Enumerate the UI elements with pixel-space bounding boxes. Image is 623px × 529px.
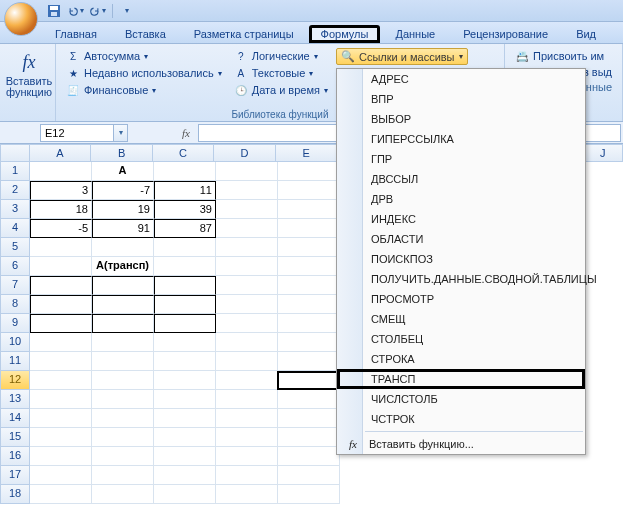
cell[interactable] bbox=[30, 162, 92, 181]
dropdown-item-получить.данные.сводной.таблицы[interactable]: ПОЛУЧИТЬ.ДАННЫЕ.СВОДНОЙ.ТАБЛИЦЫ bbox=[337, 269, 585, 289]
cell[interactable] bbox=[154, 466, 216, 485]
row-header[interactable]: 2 bbox=[0, 181, 30, 200]
dropdown-item-трансп[interactable]: ТРАНСП bbox=[337, 369, 585, 389]
cell[interactable] bbox=[278, 314, 340, 333]
cell[interactable] bbox=[92, 276, 154, 295]
cell[interactable] bbox=[92, 314, 154, 333]
row-header[interactable]: 5 bbox=[0, 238, 30, 257]
dropdown-item-индекс[interactable]: ИНДЕКС bbox=[337, 209, 585, 229]
qat-customize-icon[interactable]: ▾ bbox=[119, 3, 135, 19]
cell[interactable] bbox=[30, 295, 92, 314]
cell[interactable] bbox=[216, 219, 278, 238]
dropdown-item-чстрок[interactable]: ЧСТРОК bbox=[337, 409, 585, 429]
cell[interactable] bbox=[278, 428, 340, 447]
col-header[interactable]: J bbox=[583, 144, 623, 162]
col-header[interactable]: A bbox=[30, 144, 92, 162]
cell[interactable] bbox=[154, 428, 216, 447]
cell[interactable] bbox=[216, 333, 278, 352]
define-name-button[interactable]: 📇 Присвоить им bbox=[511, 48, 616, 64]
cell[interactable] bbox=[30, 485, 92, 504]
cell[interactable]: 87 bbox=[154, 219, 216, 238]
datetime-button[interactable]: 🕒 Дата и время▾ bbox=[230, 82, 332, 98]
cell[interactable] bbox=[154, 257, 216, 276]
cell[interactable] bbox=[154, 238, 216, 257]
cell[interactable] bbox=[278, 162, 340, 181]
cell[interactable] bbox=[30, 409, 92, 428]
cell[interactable] bbox=[216, 466, 278, 485]
cell[interactable] bbox=[278, 466, 340, 485]
lookup-reference-button[interactable]: 🔍 Ссылки и массивы▾ bbox=[336, 48, 468, 65]
tab-insert[interactable]: Вставка bbox=[112, 24, 179, 43]
row-header[interactable]: 10 bbox=[0, 333, 30, 352]
dropdown-item-адрес[interactable]: АДРЕС bbox=[337, 69, 585, 89]
logical-button[interactable]: ? Логические▾ bbox=[230, 48, 332, 64]
cell[interactable] bbox=[92, 238, 154, 257]
row-header[interactable]: 4 bbox=[0, 219, 30, 238]
col-header[interactable]: B bbox=[91, 144, 153, 162]
cell[interactable]: -5 bbox=[30, 219, 92, 238]
cell[interactable] bbox=[154, 314, 216, 333]
cell[interactable] bbox=[92, 352, 154, 371]
cell[interactable] bbox=[216, 371, 278, 390]
row-header[interactable]: 14 bbox=[0, 409, 30, 428]
cell[interactable] bbox=[278, 219, 340, 238]
cell[interactable] bbox=[30, 238, 92, 257]
cell[interactable] bbox=[30, 447, 92, 466]
cell[interactable] bbox=[30, 390, 92, 409]
cell[interactable] bbox=[278, 390, 340, 409]
cell[interactable] bbox=[154, 485, 216, 504]
autosum-button[interactable]: Σ Автосумма▾ bbox=[62, 48, 226, 64]
cell[interactable] bbox=[216, 390, 278, 409]
cell[interactable] bbox=[92, 428, 154, 447]
cell[interactable] bbox=[216, 162, 278, 181]
row-header[interactable]: 9 bbox=[0, 314, 30, 333]
dropdown-item-двссыл[interactable]: ДВССЫЛ bbox=[337, 169, 585, 189]
cell[interactable] bbox=[278, 409, 340, 428]
row-header[interactable]: 6 bbox=[0, 257, 30, 276]
cell[interactable] bbox=[278, 276, 340, 295]
cell[interactable] bbox=[30, 352, 92, 371]
cell[interactable] bbox=[92, 466, 154, 485]
cell[interactable]: 11 bbox=[154, 181, 216, 200]
cell[interactable] bbox=[216, 352, 278, 371]
row-header[interactable]: 17 bbox=[0, 466, 30, 485]
row-header[interactable]: 18 bbox=[0, 485, 30, 504]
cell[interactable] bbox=[154, 390, 216, 409]
cell[interactable] bbox=[278, 181, 340, 200]
cell[interactable] bbox=[154, 162, 216, 181]
financial-button[interactable]: 🧾 Финансовые▾ bbox=[62, 82, 226, 98]
dropdown-item-просмотр[interactable]: ПРОСМОТР bbox=[337, 289, 585, 309]
cell[interactable] bbox=[216, 428, 278, 447]
cell[interactable] bbox=[216, 181, 278, 200]
cell[interactable] bbox=[278, 257, 340, 276]
name-box-dropdown[interactable]: ▾ bbox=[114, 124, 128, 142]
cell[interactable] bbox=[92, 390, 154, 409]
col-header[interactable]: C bbox=[153, 144, 215, 162]
recent-button[interactable]: ★ Недавно использовались▾ bbox=[62, 65, 226, 81]
cell[interactable] bbox=[92, 409, 154, 428]
cell[interactable] bbox=[92, 371, 154, 390]
fx-icon[interactable]: fx bbox=[174, 127, 198, 139]
cell[interactable] bbox=[154, 447, 216, 466]
dropdown-item-строка[interactable]: СТРОКА bbox=[337, 349, 585, 369]
row-header[interactable]: 12 bbox=[0, 371, 30, 390]
cell[interactable] bbox=[30, 276, 92, 295]
cell[interactable] bbox=[216, 295, 278, 314]
cell[interactable]: 19 bbox=[92, 200, 154, 219]
row-header[interactable]: 8 bbox=[0, 295, 30, 314]
tab-formulas[interactable]: Формулы bbox=[309, 25, 381, 43]
cell[interactable] bbox=[92, 447, 154, 466]
cell[interactable] bbox=[30, 257, 92, 276]
col-header[interactable]: E bbox=[276, 144, 338, 162]
dropdown-item-поискпоз[interactable]: ПОИСКПОЗ bbox=[337, 249, 585, 269]
dropdown-item-дрв[interactable]: ДРВ bbox=[337, 189, 585, 209]
cell[interactable]: 39 bbox=[154, 200, 216, 219]
cell[interactable] bbox=[154, 409, 216, 428]
tab-data[interactable]: Данные bbox=[382, 24, 448, 43]
cell[interactable] bbox=[154, 276, 216, 295]
dropdown-item-выбор[interactable]: ВЫБОР bbox=[337, 109, 585, 129]
dropdown-item-области[interactable]: ОБЛАСТИ bbox=[337, 229, 585, 249]
cell[interactable] bbox=[30, 333, 92, 352]
row-header[interactable]: 11 bbox=[0, 352, 30, 371]
row-header[interactable]: 13 bbox=[0, 390, 30, 409]
